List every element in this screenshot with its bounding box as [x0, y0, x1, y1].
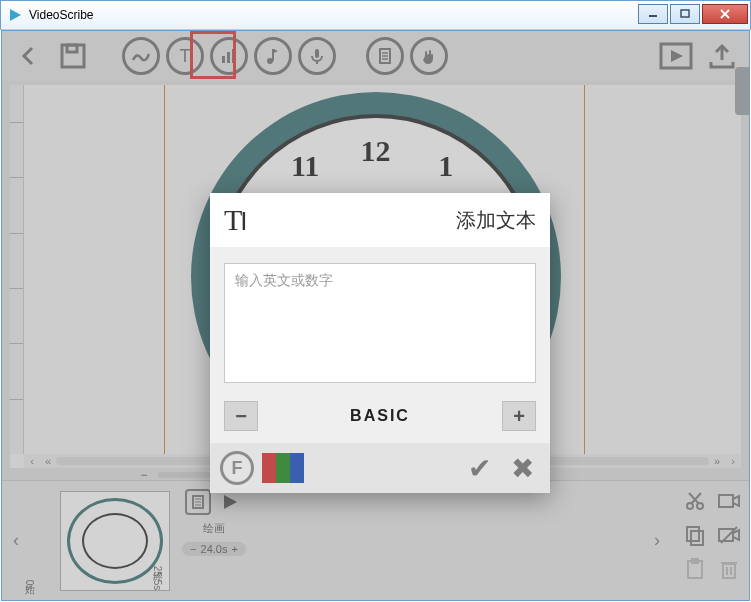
svg-rect-13 [315, 49, 319, 58]
window-minimize-button[interactable] [638, 4, 668, 24]
camera-set-button[interactable] [715, 487, 743, 515]
zoom-out-button[interactable]: − [136, 468, 152, 482]
back-button[interactable] [10, 37, 48, 75]
draw-mode-label: 绘画 [203, 521, 225, 536]
timeline-panel: ‹ 始 0s 终 25.5s 绘画 − 24.0s + › [2, 480, 749, 600]
side-drawer-handle[interactable] [735, 67, 749, 115]
app-icon [7, 7, 23, 23]
add-music-button[interactable] [254, 37, 292, 75]
svg-rect-33 [687, 527, 699, 541]
svg-rect-5 [62, 45, 84, 67]
scroll-right-icon[interactable]: › [725, 455, 741, 467]
element-properties: 绘画 − 24.0s + [174, 481, 254, 600]
color-swatches[interactable] [262, 453, 304, 483]
main-toolbar: T [2, 31, 749, 81]
svg-marker-0 [10, 9, 21, 21]
color-swatch-green[interactable] [276, 453, 290, 483]
text-input[interactable] [224, 263, 536, 383]
save-button[interactable] [54, 37, 92, 75]
paste-button[interactable] [681, 555, 709, 583]
add-voiceover-button[interactable] [298, 37, 336, 75]
scroll-left-fast-icon[interactable]: « [40, 455, 56, 467]
svg-rect-2 [681, 10, 689, 17]
svg-rect-31 [719, 495, 733, 507]
add-chart-button[interactable] [210, 37, 248, 75]
window-title: VideoScribe [29, 8, 94, 22]
color-swatch-blue[interactable] [290, 453, 304, 483]
preview-button[interactable] [655, 37, 697, 75]
svg-marker-20 [671, 50, 683, 62]
clock-number: 11 [291, 149, 319, 183]
font-options-button[interactable]: F [220, 451, 254, 485]
scroll-right-fast-icon[interactable]: » [709, 455, 725, 467]
add-text-dialog: TI 添加文本 − BASIC + F ✔ ✖ [210, 193, 550, 493]
scroll-left-icon[interactable]: ‹ [24, 455, 40, 467]
font-selector: − BASIC + [224, 401, 536, 431]
cancel-button[interactable]: ✖ [505, 452, 540, 485]
duration-value: 24.0s [201, 543, 228, 555]
svg-rect-40 [723, 564, 735, 578]
duration-plus-icon[interactable]: + [231, 543, 237, 555]
delete-button[interactable] [715, 555, 743, 583]
hand-tool-button[interactable] [410, 37, 448, 75]
font-next-button[interactable]: + [502, 401, 536, 431]
dialog-title: 添加文本 [456, 207, 536, 234]
timeline-end-label: 终 25.5s [150, 563, 164, 590]
timeline-actions [681, 487, 743, 583]
page-button[interactable] [366, 37, 404, 75]
clock-number: 12 [361, 134, 391, 168]
zoom-slider[interactable] [158, 472, 218, 478]
cut-button[interactable] [681, 487, 709, 515]
app-frame: T 12 1 2 11 ‹ « » [1, 30, 750, 601]
svg-rect-6 [67, 45, 77, 52]
svg-marker-32 [733, 496, 739, 506]
font-prev-button[interactable]: − [224, 401, 258, 431]
add-image-button[interactable] [122, 37, 160, 75]
text-icon: TI [224, 203, 246, 237]
copy-button[interactable] [681, 521, 709, 549]
svg-text:T: T [180, 46, 191, 66]
properties-button[interactable] [185, 489, 211, 515]
confirm-button[interactable]: ✔ [462, 452, 497, 485]
add-text-button[interactable]: T [166, 37, 204, 75]
svg-rect-8 [222, 56, 225, 63]
window-buttons [638, 5, 750, 25]
svg-rect-10 [232, 49, 235, 63]
svg-rect-12 [272, 49, 274, 61]
camera-clear-button[interactable] [715, 521, 743, 549]
window-close-button[interactable] [702, 4, 748, 24]
duration-minus-icon[interactable]: − [190, 543, 196, 555]
window-titlebar: VideoScribe [0, 0, 751, 30]
timeline-start-label: 始 0s [22, 577, 36, 590]
color-swatch-red[interactable] [262, 453, 276, 483]
dialog-header: TI 添加文本 [210, 193, 550, 247]
font-name-label: BASIC [266, 407, 494, 425]
clock-number: 1 [438, 149, 453, 183]
duration-control[interactable]: − 24.0s + [182, 542, 246, 556]
dialog-footer: F ✔ ✖ [210, 443, 550, 493]
svg-rect-9 [227, 52, 230, 63]
window-maximize-button[interactable] [670, 4, 700, 24]
timeline-next-button[interactable]: › [643, 481, 671, 600]
vertical-ruler [10, 85, 24, 454]
svg-marker-26 [224, 495, 237, 509]
svg-rect-34 [691, 531, 703, 545]
